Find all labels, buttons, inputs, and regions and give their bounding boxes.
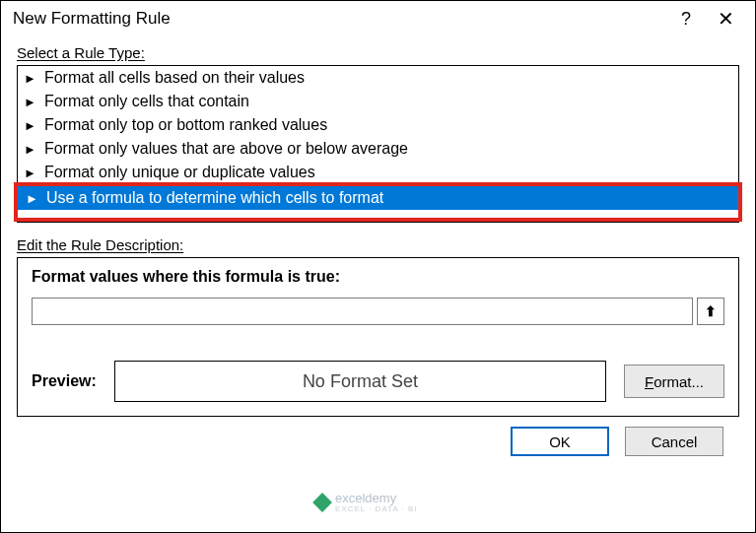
preview-box: No Format Set: [114, 361, 606, 402]
rule-type-text: Format only unique or duplicate values: [44, 164, 315, 181]
format-btn-rest: ormat...: [653, 373, 704, 390]
rule-type-list[interactable]: ► Format all cells based on their values…: [17, 65, 739, 223]
dialog-footer: OK Cancel: [17, 417, 739, 460]
bullet-icon: ►: [24, 72, 36, 85]
bullet-icon: ►: [24, 143, 36, 156]
rule-type-text: Format only values that are above or bel…: [44, 140, 408, 158]
preview-label: Preview:: [32, 372, 97, 390]
preview-row: Preview: No Format Set Format...: [32, 361, 724, 402]
cancel-button[interactable]: Cancel: [625, 427, 723, 456]
rule-type-text: Format only cells that contain: [44, 93, 249, 110]
formula-label: Format values where this formula is true…: [32, 268, 724, 286]
formula-input[interactable]: [32, 298, 693, 325]
collapse-dialog-button[interactable]: ⬆: [697, 298, 724, 325]
rule-type-item[interactable]: ► Format only values that are above or b…: [18, 137, 738, 161]
edit-rule-panel: Format values where this formula is true…: [17, 257, 739, 417]
rule-type-item-selected[interactable]: ► Use a formula to determine which cells…: [18, 186, 738, 210]
format-btn-accel: F: [645, 373, 653, 390]
rule-type-text: Format only top or bottom ranked values: [44, 116, 327, 134]
format-button[interactable]: Format...: [624, 365, 724, 398]
bullet-icon: ►: [26, 192, 38, 205]
rule-type-label: Select a Rule Type:: [17, 44, 739, 61]
close-button[interactable]: ✕: [706, 7, 745, 31]
ok-button[interactable]: OK: [511, 427, 609, 456]
formula-row: ⬆: [32, 298, 724, 325]
rule-type-text: Use a formula to determine which cells t…: [46, 189, 383, 207]
rule-type-item[interactable]: ► Format only top or bottom ranked value…: [18, 113, 738, 137]
rule-type-item[interactable]: ► Format only unique or duplicate values: [18, 161, 738, 184]
annotation-highlight: ► Use a formula to determine which cells…: [14, 182, 742, 222]
rule-type-text: Format all cells based on their values: [44, 69, 305, 87]
new-formatting-rule-dialog: New Formatting Rule ? ✕ Select a Rule Ty…: [0, 0, 756, 533]
rule-type-item[interactable]: ► Format all cells based on their values: [18, 66, 738, 90]
titlebar: New Formatting Rule ? ✕: [1, 1, 755, 36]
rule-type-item[interactable]: ► Format only cells that contain: [18, 90, 738, 113]
dialog-title: New Formatting Rule: [13, 9, 666, 29]
bullet-icon: ►: [24, 119, 36, 132]
preview-text: No Format Set: [303, 371, 418, 392]
bullet-icon: ►: [24, 96, 36, 108]
up-arrow-icon: ⬆: [705, 303, 717, 319]
bullet-icon: ►: [24, 167, 36, 179]
help-button[interactable]: ?: [666, 9, 706, 30]
edit-description-label: Edit the Rule Description:: [17, 236, 739, 253]
dialog-body: Select a Rule Type: ► Format all cells b…: [1, 36, 755, 532]
